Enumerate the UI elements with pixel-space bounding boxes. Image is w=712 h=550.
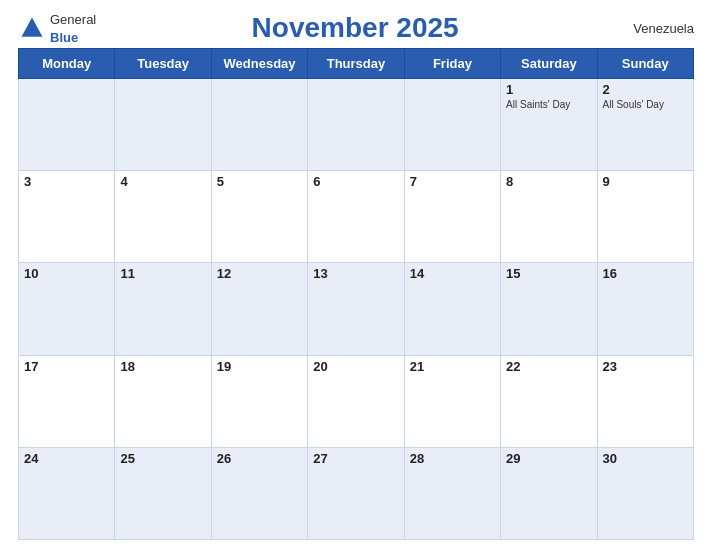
- col-header-sunday: Sunday: [597, 49, 693, 79]
- col-header-tuesday: Tuesday: [115, 49, 211, 79]
- day-cell: 24: [19, 447, 115, 539]
- header-row: MondayTuesdayWednesdayThursdayFridaySatu…: [19, 49, 694, 79]
- day-cell: 17: [19, 355, 115, 447]
- week-row-3: 10111213141516: [19, 263, 694, 355]
- day-number: 18: [120, 359, 205, 374]
- day-number: 23: [603, 359, 688, 374]
- col-header-saturday: Saturday: [501, 49, 597, 79]
- day-number: 6: [313, 174, 398, 189]
- day-number: 14: [410, 266, 495, 281]
- week-row-2: 3456789: [19, 171, 694, 263]
- day-number: 9: [603, 174, 688, 189]
- day-cell: [19, 79, 115, 171]
- day-cell: 15: [501, 263, 597, 355]
- day-cell: 11: [115, 263, 211, 355]
- day-cell: 5: [211, 171, 307, 263]
- day-cell: 1All Saints' Day: [501, 79, 597, 171]
- day-cell: 23: [597, 355, 693, 447]
- day-number: 30: [603, 451, 688, 466]
- day-number: 29: [506, 451, 591, 466]
- day-number: 21: [410, 359, 495, 374]
- day-cell: 14: [404, 263, 500, 355]
- week-row-4: 17181920212223: [19, 355, 694, 447]
- day-number: 16: [603, 266, 688, 281]
- col-header-thursday: Thursday: [308, 49, 404, 79]
- day-cell: 26: [211, 447, 307, 539]
- day-number: 11: [120, 266, 205, 281]
- holiday-label: All Souls' Day: [603, 99, 688, 111]
- day-cell: 9: [597, 171, 693, 263]
- day-cell: 28: [404, 447, 500, 539]
- day-number: 17: [24, 359, 109, 374]
- day-number: 19: [217, 359, 302, 374]
- day-number: 10: [24, 266, 109, 281]
- day-cell: 29: [501, 447, 597, 539]
- title-area: November 2025: [96, 12, 614, 44]
- day-number: 28: [410, 451, 495, 466]
- day-cell: 30: [597, 447, 693, 539]
- day-number: 12: [217, 266, 302, 281]
- day-cell: 27: [308, 447, 404, 539]
- day-number: 7: [410, 174, 495, 189]
- day-cell: [115, 79, 211, 171]
- day-cell: 3: [19, 171, 115, 263]
- day-cell: 10: [19, 263, 115, 355]
- day-number: 13: [313, 266, 398, 281]
- day-number: 5: [217, 174, 302, 189]
- day-cell: 18: [115, 355, 211, 447]
- day-number: 26: [217, 451, 302, 466]
- day-cell: [308, 79, 404, 171]
- col-header-monday: Monday: [19, 49, 115, 79]
- day-cell: 6: [308, 171, 404, 263]
- day-cell: 12: [211, 263, 307, 355]
- logo-general: General: [50, 12, 96, 27]
- day-cell: 13: [308, 263, 404, 355]
- col-header-wednesday: Wednesday: [211, 49, 307, 79]
- week-row-5: 24252627282930: [19, 447, 694, 539]
- day-cell: 8: [501, 171, 597, 263]
- day-cell: [211, 79, 307, 171]
- day-cell: 7: [404, 171, 500, 263]
- day-cell: 4: [115, 171, 211, 263]
- day-cell: 16: [597, 263, 693, 355]
- logo-area: General Blue: [18, 10, 96, 46]
- day-number: 4: [120, 174, 205, 189]
- day-number: 15: [506, 266, 591, 281]
- day-cell: 22: [501, 355, 597, 447]
- day-number: 24: [24, 451, 109, 466]
- day-number: 2: [603, 82, 688, 97]
- day-number: 25: [120, 451, 205, 466]
- col-header-friday: Friday: [404, 49, 500, 79]
- day-number: 27: [313, 451, 398, 466]
- country-label: Venezuela: [614, 21, 694, 36]
- day-number: 20: [313, 359, 398, 374]
- day-number: 3: [24, 174, 109, 189]
- day-cell: 21: [404, 355, 500, 447]
- calendar-title: November 2025: [252, 12, 459, 43]
- day-cell: [404, 79, 500, 171]
- week-row-1: 1All Saints' Day2All Souls' Day: [19, 79, 694, 171]
- logo-blue: Blue: [50, 30, 78, 45]
- day-number: 1: [506, 82, 591, 97]
- day-cell: 2All Souls' Day: [597, 79, 693, 171]
- calendar-table: MondayTuesdayWednesdayThursdayFridaySatu…: [18, 48, 694, 540]
- day-cell: 20: [308, 355, 404, 447]
- day-number: 8: [506, 174, 591, 189]
- top-bar: General Blue November 2025 Venezuela: [18, 10, 694, 46]
- day-cell: 19: [211, 355, 307, 447]
- day-number: 22: [506, 359, 591, 374]
- holiday-label: All Saints' Day: [506, 99, 591, 111]
- day-cell: 25: [115, 447, 211, 539]
- generalblue-icon: [18, 14, 46, 42]
